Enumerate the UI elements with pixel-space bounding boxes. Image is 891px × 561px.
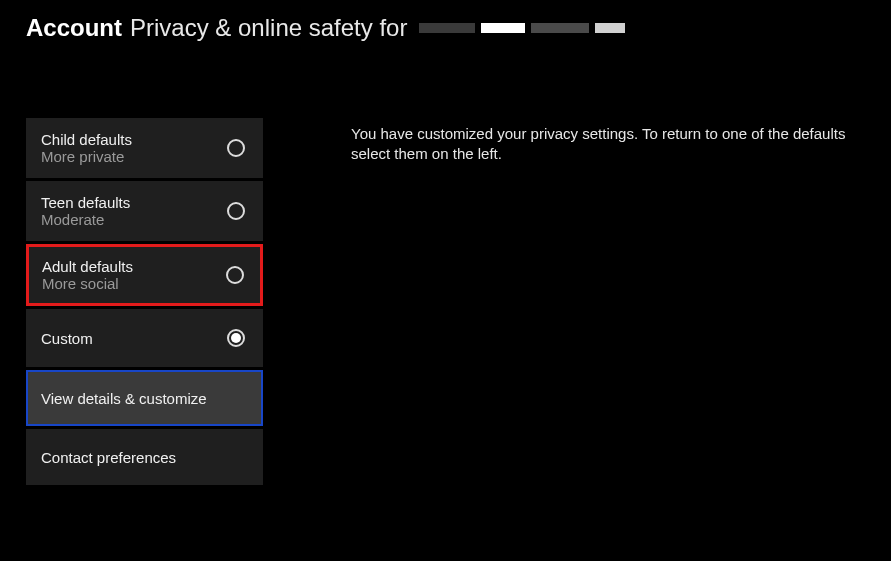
option-custom[interactable]: Custom: [26, 309, 263, 367]
header-username-redacted: [419, 23, 625, 33]
privacy-options-list: Child defaults More private Teen default…: [26, 118, 263, 485]
option-label: View details & customize: [41, 390, 207, 407]
option-label: Adult defaults: [42, 258, 133, 275]
option-label: Custom: [41, 330, 93, 347]
header-account: Account: [26, 14, 122, 42]
option-label: Contact preferences: [41, 449, 176, 466]
header-section: Privacy & online safety for: [130, 14, 407, 42]
option-teen-defaults[interactable]: Teen defaults Moderate: [26, 181, 263, 241]
radio-checked-icon: [227, 329, 245, 347]
option-label: Child defaults: [41, 131, 132, 148]
radio-unchecked-icon: [227, 139, 245, 157]
option-sublabel: More private: [41, 148, 132, 165]
option-view-details[interactable]: View details & customize: [26, 370, 263, 426]
option-child-defaults[interactable]: Child defaults More private: [26, 118, 263, 178]
option-sublabel: More social: [42, 275, 133, 292]
radio-unchecked-icon: [226, 266, 244, 284]
page-header: Account Privacy & online safety for: [0, 0, 891, 42]
option-sublabel: Moderate: [41, 211, 130, 228]
description-text: You have customized your privacy setting…: [351, 124, 885, 163]
option-label: Teen defaults: [41, 194, 130, 211]
radio-unchecked-icon: [227, 202, 245, 220]
description-panel: You have customized your privacy setting…: [351, 118, 891, 485]
option-contact-preferences[interactable]: Contact preferences: [26, 429, 263, 485]
option-adult-defaults[interactable]: Adult defaults More social: [26, 244, 263, 306]
